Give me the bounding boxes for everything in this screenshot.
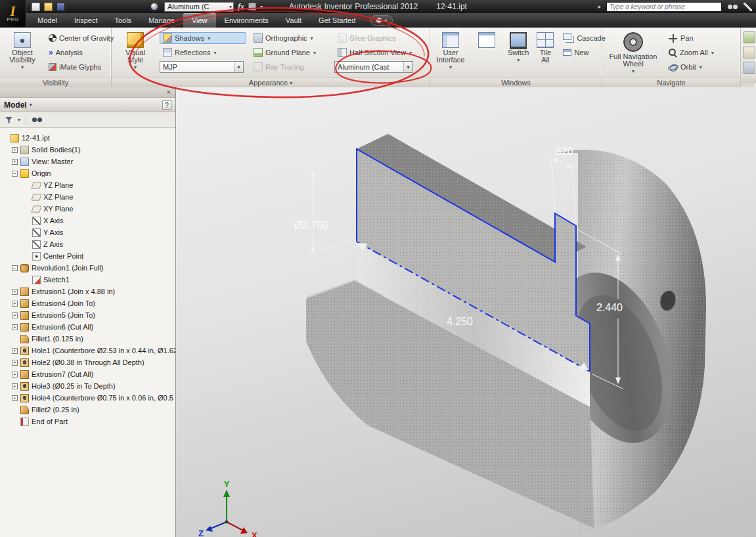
tree-expander[interactable]: +: [12, 348, 18, 354]
chevron-down-icon[interactable]: ▾: [228, 4, 233, 10]
viewport-3d[interactable]: .620 Ø2.750 4.250 2.440 Y X Z: [176, 87, 756, 537]
help-button[interactable]: ?: [162, 100, 171, 110]
tree-expander[interactable]: +: [12, 395, 18, 401]
tree-item[interactable]: +Extrusion5 (Join To): [0, 309, 175, 321]
reflections-button[interactable]: Reflections ▾: [160, 47, 246, 58]
tree-item[interactable]: +Extrusion1 (Join x 4.88 in): [0, 286, 175, 297]
chevron-down-icon[interactable]: ▾: [213, 50, 216, 56]
chevron-down-icon[interactable]: ▾: [711, 50, 714, 56]
chevron-down-icon[interactable]: ▾: [234, 62, 243, 72]
cascade-button[interactable]: Cascade: [560, 32, 608, 44]
tab-manage[interactable]: Manage: [140, 13, 183, 28]
dimension-label-step[interactable]: .620: [552, 146, 573, 157]
tree-item[interactable]: +Hole1 (Counterbore Ø2.53 in x 0.44 in, …: [0, 345, 175, 356]
tree-item[interactable]: Fillet2 (0.25 in): [0, 404, 175, 416]
chevron-down-icon[interactable]: ▾: [313, 50, 316, 56]
tree-item[interactable]: +Solid Bodies(1): [0, 144, 175, 156]
tab-get-started[interactable]: Get Started: [310, 13, 364, 28]
analysis-button[interactable]: » Analysis: [45, 47, 117, 58]
material-combo[interactable]: Aluminum (Cast ▾: [334, 61, 413, 73]
new-file-icon[interactable]: [32, 3, 40, 11]
chevron-down-icon[interactable]: ▾: [700, 64, 702, 70]
viewport-canvas[interactable]: .620 Ø2.750 4.250 2.440 Y X Z: [176, 87, 756, 537]
tools-icon[interactable]: [744, 3, 752, 11]
chevron-down-icon[interactable]: ▾: [18, 117, 20, 123]
tree-item[interactable]: End of Part: [0, 416, 175, 427]
ground-plane-button[interactable]: Ground Plane ▾: [250, 47, 330, 58]
tree-item[interactable]: −Revolution1 (Join Full): [0, 262, 175, 274]
tree-expander[interactable]: +: [12, 147, 18, 153]
tree-item[interactable]: +View: Master: [0, 156, 175, 167]
chevron-down-icon[interactable]: ▾: [30, 102, 32, 108]
ribbon-edge-icon[interactable]: [744, 32, 755, 43]
tree-item[interactable]: XZ Plane: [0, 191, 175, 203]
imate-glyphs-button[interactable]: iMate Glyphs: [45, 61, 117, 73]
tree-item[interactable]: 12-41.ipt: [0, 132, 175, 144]
tree-item[interactable]: YZ Plane: [0, 179, 175, 191]
browser-close-button[interactable]: ×: [165, 89, 173, 96]
open-icon[interactable]: [44, 3, 53, 11]
dimension-label-diameter[interactable]: Ø2.750: [294, 220, 329, 231]
panel-label-windows[interactable]: Windows: [430, 77, 602, 87]
infocenter-collapse-icon[interactable]: ▸: [598, 3, 601, 10]
tree-expander[interactable]: +: [12, 312, 18, 318]
switch-button[interactable]: Switch ▾: [506, 30, 531, 77]
chevron-down-icon[interactable]: ▾: [409, 50, 412, 56]
binoculars-search-icon[interactable]: [727, 3, 738, 11]
new-window-button[interactable]: New: [560, 47, 608, 58]
center-of-gravity-button[interactable]: Center of Gravity: [45, 32, 117, 44]
orthographic-button[interactable]: Orthographic ▾: [250, 32, 330, 44]
tree-item[interactable]: Fillet1 (0.125 in): [0, 333, 175, 345]
tree-item[interactable]: Sketch1: [0, 274, 175, 286]
qat-dropdown-icon[interactable]: ▾: [260, 4, 263, 10]
tree-item[interactable]: +Hole2 (Ø0.38 in Through All Depth): [0, 356, 175, 368]
tree-item[interactable]: X Axis: [0, 215, 175, 226]
zoom-all-button[interactable]: Zoom All ▾: [665, 47, 717, 58]
browser-header[interactable]: Model ▾ ?: [0, 98, 175, 112]
visual-style-combo[interactable]: MJP ▾: [160, 61, 244, 73]
tree-item[interactable]: XY Plane: [0, 203, 175, 215]
tree-expander[interactable]: +: [12, 324, 18, 330]
filter-funnel-icon[interactable]: [5, 117, 12, 123]
tree-expander[interactable]: −: [12, 265, 18, 271]
color-swatch-icon[interactable]: [248, 3, 256, 11]
tree-expander[interactable]: +: [12, 301, 18, 307]
chevron-down-icon[interactable]: ▾: [208, 35, 210, 41]
tab-inspect[interactable]: Inspect: [66, 13, 106, 28]
tree-expander[interactable]: +: [12, 289, 18, 295]
tree-item[interactable]: Center Point: [0, 250, 175, 262]
dimension-label-length[interactable]: 4.250: [447, 316, 473, 327]
save-icon[interactable]: [56, 3, 65, 11]
tree-item[interactable]: Y Axis: [0, 226, 175, 238]
tree-item[interactable]: +Extrusion7 (Cut All): [0, 368, 175, 380]
inventor-logo[interactable]: I PRO: [0, 0, 26, 27]
visual-style-button[interactable]: Visual Style ▾: [115, 30, 156, 77]
tree-expander[interactable]: +: [12, 159, 18, 165]
chevron-down-icon[interactable]: ▾: [403, 62, 412, 72]
full-navigation-wheel-button[interactable]: Full Navigation Wheel ▾: [606, 30, 661, 77]
tree-expander[interactable]: +: [12, 383, 18, 389]
dimension-label-height[interactable]: 2.440: [596, 302, 623, 313]
tree-item[interactable]: +Extrusion4 (Join To): [0, 297, 175, 309]
tree-expander[interactable]: +: [12, 360, 18, 366]
panel-label-visibility[interactable]: Visibility: [0, 77, 111, 87]
pan-button[interactable]: Pan: [665, 32, 717, 44]
panel-label-navigate[interactable]: Navigate: [602, 77, 740, 87]
tab-view[interactable]: View: [183, 13, 216, 28]
chevron-down-icon[interactable]: ▾: [311, 35, 313, 41]
half-section-view-button[interactable]: Half Section View ▾: [334, 47, 425, 58]
tab-model[interactable]: Model: [29, 13, 66, 28]
clean-screen-button[interactable]: [472, 30, 502, 77]
object-visibility-button[interactable]: Object Visibility ▾: [3, 30, 41, 77]
search-input[interactable]: [606, 2, 722, 12]
user-interface-button[interactable]: User Interface ▾: [434, 30, 468, 77]
tab-tools[interactable]: Tools: [106, 13, 140, 28]
ribbon-edge-icon[interactable]: [744, 62, 755, 74]
orbit-button[interactable]: Orbit ▾: [665, 61, 717, 73]
tree-item[interactable]: +Hole3 (Ø0.25 in To Depth): [0, 380, 175, 392]
tab-vault[interactable]: Vault: [277, 13, 310, 28]
shadows-button[interactable]: Shadows ▾: [160, 32, 246, 44]
tree-item[interactable]: Z Axis: [0, 238, 175, 250]
tab-environments[interactable]: Environments: [216, 13, 277, 28]
tree-expander[interactable]: +: [12, 372, 18, 377]
